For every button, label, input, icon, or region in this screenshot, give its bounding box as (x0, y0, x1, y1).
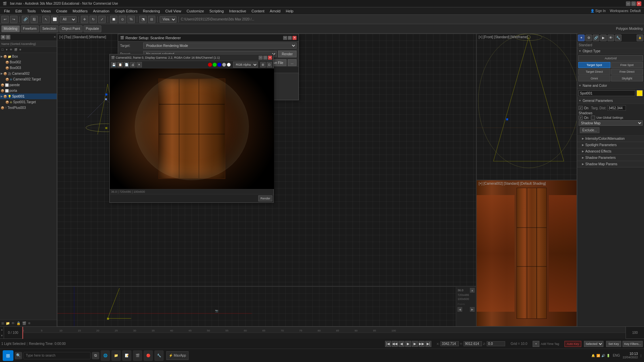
unlink-btn[interactable]: ⛓ (31, 16, 38, 23)
taskbar-explorer[interactable]: 📁 (111, 350, 121, 361)
playback-next-btn[interactable]: ▶▶ (419, 341, 425, 347)
render-btn-main[interactable]: Render (278, 51, 297, 57)
menu-arnold[interactable]: Arnold (267, 8, 283, 14)
ro-close[interactable]: ✕ (268, 56, 272, 60)
align-btn[interactable]: ⊟ (148, 16, 155, 23)
taskbar-notepad[interactable]: 📝 (122, 350, 131, 361)
scene-display[interactable]: 👁 (9, 48, 13, 51)
playback-next-frame-btn[interactable]: ▶ (412, 341, 418, 347)
tree-item-spot001-target[interactable]: 📦 ⊕ Spot001.Target (0, 99, 57, 105)
utility-mode-btn[interactable]: 🔧 (615, 35, 622, 41)
key-filters-btn[interactable]: Key Filters... (623, 341, 643, 347)
tab-object-paint[interactable]: Object Paint (59, 25, 82, 32)
name-color-header[interactable]: ▼ Name and Color (577, 83, 644, 89)
menu-graph-editors[interactable]: Graph Editors (112, 8, 140, 14)
taskbar-search[interactable] (23, 352, 91, 359)
set-key-btn[interactable]: Set Key (606, 341, 621, 347)
autogrid-btn[interactable]: AutoGrid (578, 55, 643, 61)
skylight-btn[interactable]: Skylight (611, 75, 643, 81)
menu-scripting[interactable]: Scripting (207, 8, 226, 14)
val-spin1[interactable]: ▲ (470, 288, 475, 293)
on-checkbox[interactable] (579, 106, 583, 110)
panel-icon-1[interactable]: ⊞ (1, 35, 5, 40)
viewport-bottom-main[interactable]: 📷 (57, 287, 456, 326)
search-icon-taskbar[interactable]: 🔍 (15, 352, 22, 359)
shadow-on-checkbox[interactable] (579, 116, 583, 120)
spotlight-header[interactable]: ▶ Spotlight Parameters (577, 142, 644, 148)
viewport-top[interactable]: [+] [Top] [Standard] [Wireframe] (57, 34, 476, 286)
tree-item-box[interactable]: ▶ 📦 📁 Box (0, 54, 57, 59)
panel-bottom-btn2[interactable]: 📁 (5, 321, 10, 326)
show-desktop-btn[interactable]: | (641, 354, 641, 357)
tree-item-camera002[interactable]: ▶ 📦 🎥 Camera002 (0, 71, 57, 76)
rt-btn1[interactable]: 💾 (111, 62, 116, 67)
render-setup-min[interactable]: ─ (283, 36, 287, 40)
scale-btn[interactable]: ⤢ (98, 16, 106, 23)
tab-freeform[interactable]: Freeform (21, 25, 39, 32)
use-global-checkbox[interactable] (591, 116, 595, 120)
ro-max[interactable]: □ (263, 56, 267, 60)
link-btn[interactable]: 🔗 (22, 16, 29, 23)
taskbar-app5[interactable]: 🔧 (154, 350, 164, 361)
tree-item-textplus003[interactable]: 📦 T TextPlus003 (0, 105, 57, 111)
menu-create[interactable]: Create (54, 8, 70, 14)
tab-populate[interactable]: Populate (84, 25, 101, 32)
more-btn[interactable]: ... (288, 59, 297, 66)
timeline-up-btn[interactable]: ▲ (0, 327, 4, 333)
intensity-header[interactable]: ▶ Intensity/Color/Attenuation (577, 136, 644, 142)
start-button[interactable]: ⊞ (3, 350, 13, 361)
menu-file[interactable]: File (1, 8, 13, 14)
shadow-map-header[interactable]: ▶ Shadow Map Params (577, 161, 644, 167)
panel-bottom-btn6[interactable]: ❄ (27, 321, 31, 326)
tree-item-box003[interactable]: 📦 Box003 (0, 65, 57, 71)
auto-key-btn[interactable]: Auto Key (565, 341, 581, 347)
panel-icon-2[interactable]: ◫ (6, 35, 10, 40)
timeline-track[interactable]: 0 5 10 15 20 25 30 35 40 45 50 55 60 65 … (22, 327, 626, 339)
sign-in-btn[interactable]: 👤 Sign In (588, 9, 608, 13)
omni-btn[interactable]: Omni (578, 75, 610, 81)
select-btn[interactable]: ↖ (42, 16, 50, 23)
menu-modifiers[interactable]: Modifiers (70, 8, 91, 14)
create-mode-btn[interactable]: ✦ (578, 35, 585, 41)
shadow-params-header[interactable]: ▶ Shadow Parameters (577, 155, 644, 161)
percent-snap-btn[interactable]: % (127, 16, 135, 23)
selected-dropdown[interactable]: Selected (584, 341, 603, 347)
val-spin3[interactable]: ▶ (470, 307, 475, 312)
blue-circle[interactable] (217, 63, 221, 67)
playback-prev-frame-btn[interactable]: ◀ (398, 341, 405, 347)
channel-dropdown[interactable]: RGB Alpha (233, 62, 258, 68)
scene-filter[interactable]: ▼ (5, 48, 9, 51)
modify-mode-btn[interactable]: ⚙ (585, 35, 592, 41)
timeline-down-btn[interactable]: ▼ (0, 333, 4, 339)
tab-selection[interactable]: Selection (40, 25, 58, 32)
menu-tools[interactable]: Tools (24, 8, 39, 14)
alpha-circle[interactable] (222, 63, 226, 67)
val-spin2[interactable]: ◀ (458, 307, 462, 312)
close-btn[interactable]: ✕ (637, 1, 641, 6)
taskview-btn[interactable]: ⧉ (92, 352, 99, 359)
panel-bottom-btn4[interactable]: 🔒 (16, 321, 21, 326)
general-params-header[interactable]: ▼ General Parameters (577, 98, 644, 104)
menu-customize[interactable]: Customize (184, 8, 207, 14)
maximize-btn[interactable]: □ (631, 1, 636, 6)
target-dropdown[interactable]: Production Rendering Mode (143, 43, 297, 49)
panel-bottom-btn5[interactable]: 🎬 (21, 321, 27, 326)
object-name-input[interactable] (579, 90, 635, 96)
z-input[interactable] (487, 341, 505, 346)
target-direct-btn[interactable]: Target Direct (578, 69, 610, 75)
target-spot-btn[interactable]: Target Spot (578, 62, 610, 68)
taskbar-edge[interactable]: 🌐 (101, 350, 110, 361)
x-input[interactable] (440, 341, 459, 346)
rt-view1[interactable]: ⊞ (260, 62, 266, 67)
shadow-type-dropdown[interactable]: Shadow Map (579, 120, 643, 126)
panel-bottom-btn1[interactable]: ⊞ (1, 321, 5, 326)
free-direct-btn[interactable]: Free Direct (611, 69, 643, 75)
scene-select-all[interactable]: ☐ (1, 48, 4, 51)
tab-modeling[interactable]: Modeling (1, 25, 20, 32)
advanced-effects-header[interactable]: ▶ Advanced Effects (577, 148, 644, 155)
menu-animation[interactable]: Animation (90, 8, 112, 14)
menu-edit[interactable]: Edit (13, 8, 24, 14)
view-dropdown[interactable]: View (160, 16, 176, 23)
tree-item-parede[interactable]: 📦 ⬜ parede (0, 82, 57, 88)
viewport-camera[interactable]: [+] [Camera002] [Standard] [Default Shad… (476, 180, 577, 326)
